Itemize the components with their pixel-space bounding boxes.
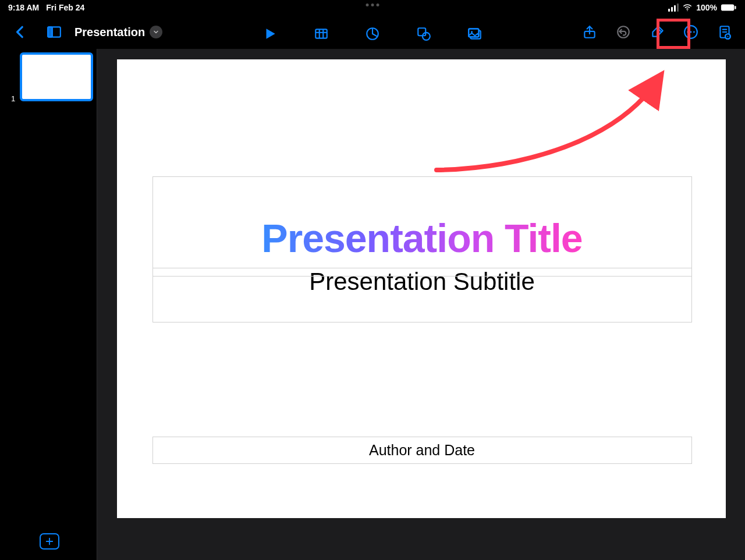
chart-icon <box>365 26 380 41</box>
svg-rect-15 <box>469 29 478 37</box>
more-button[interactable] <box>675 18 707 46</box>
insert-shape-button[interactable] <box>408 20 439 48</box>
chevron-left-icon <box>13 24 28 40</box>
document-title-button[interactable]: Presentation <box>74 26 162 39</box>
title-divider <box>153 268 691 277</box>
sidebar-toggle-button[interactable] <box>38 18 70 46</box>
share-button[interactable] <box>574 18 605 46</box>
svg-point-23 <box>693 31 695 33</box>
play-icon <box>262 26 278 41</box>
svg-point-21 <box>687 31 689 33</box>
svg-marker-6 <box>267 29 275 38</box>
insert-chart-button[interactable] <box>357 20 388 48</box>
format-brush-icon <box>650 24 665 40</box>
slide-canvas[interactable]: Presentation Title Presentation Subtitle… <box>117 59 726 518</box>
document-options-icon <box>717 24 732 40</box>
insert-media-button[interactable] <box>459 20 491 48</box>
presentation-subtitle-text[interactable]: Presentation Subtitle <box>309 261 535 296</box>
plus-icon <box>44 536 55 547</box>
svg-rect-7 <box>315 29 327 38</box>
canvas-area[interactable]: Presentation Title Presentation Subtitle… <box>97 49 745 560</box>
slide-navigator: 1 <box>0 49 97 560</box>
media-icon <box>467 26 483 41</box>
author-placeholder[interactable]: Author and Date <box>152 437 692 464</box>
svg-rect-5 <box>48 27 52 37</box>
insert-table-button[interactable] <box>306 20 337 48</box>
cellular-signal-icon <box>668 3 679 12</box>
back-button[interactable] <box>5 18 36 46</box>
status-date: Fri Feb 24 <box>46 3 84 12</box>
document-title: Presentation <box>74 26 145 39</box>
undo-icon <box>616 24 631 40</box>
multitask-dots-icon[interactable] <box>366 3 379 6</box>
table-icon <box>314 26 329 41</box>
status-time: 9:18 AM <box>8 3 39 12</box>
slide-thumbnail-number: 1 <box>11 94 15 103</box>
battery-icon <box>721 3 737 12</box>
author-text[interactable]: Author and Date <box>369 442 475 459</box>
insert-toolbar <box>254 20 491 48</box>
sidebar-icon <box>47 24 62 40</box>
battery-percent: 100% <box>696 3 717 12</box>
status-bar: 9:18 AM Fri Feb 24 100% <box>0 0 745 15</box>
svg-rect-1 <box>721 4 734 10</box>
undo-button[interactable] <box>608 18 639 46</box>
slide-thumbnail[interactable] <box>20 52 93 101</box>
title-placeholder[interactable]: Presentation Title Presentation Subtitle <box>152 176 692 322</box>
svg-point-0 <box>687 10 688 12</box>
wifi-icon <box>682 2 693 13</box>
presentation-title-text[interactable]: Presentation Title <box>261 204 582 261</box>
share-icon <box>582 24 597 40</box>
svg-rect-12 <box>418 28 425 36</box>
status-right: 100% <box>668 2 737 13</box>
svg-point-29 <box>727 36 728 37</box>
document-options-button[interactable] <box>709 18 740 46</box>
svg-rect-2 <box>735 6 736 9</box>
play-button[interactable] <box>254 20 286 48</box>
toolbar: Presentation <box>0 15 745 49</box>
svg-point-22 <box>690 31 692 33</box>
chevron-down-icon <box>150 26 162 38</box>
shape-icon <box>416 26 431 41</box>
more-icon <box>683 24 698 40</box>
add-slide-button[interactable] <box>40 533 59 550</box>
format-button[interactable] <box>641 18 673 46</box>
